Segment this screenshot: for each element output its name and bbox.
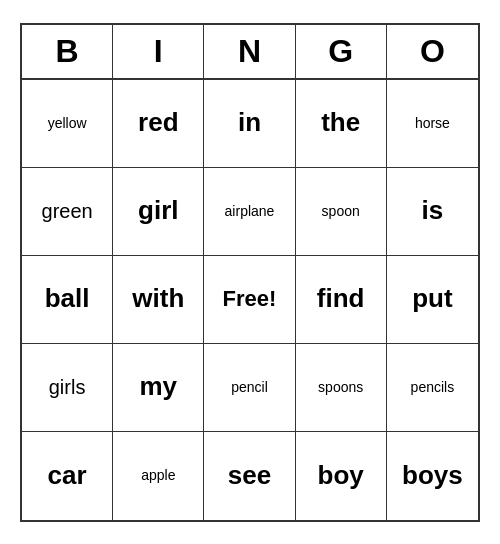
bingo-header: BINGO [22,25,478,80]
cell-text-3-0: girls [49,375,86,399]
cell-4-2: see [204,432,295,520]
cell-text-1-3: spoon [322,203,360,220]
cell-text-4-3: boy [318,460,364,491]
cell-1-4: is [387,168,478,256]
header-letter-N: N [204,25,295,78]
cell-text-2-3: find [317,283,365,314]
cell-text-1-0: green [42,199,93,223]
cell-text-2-2: Free! [223,286,277,312]
cell-2-4: put [387,256,478,344]
header-letter-I: I [113,25,204,78]
cell-text-1-2: airplane [225,203,275,220]
cell-1-0: green [22,168,113,256]
cell-2-1: with [113,256,204,344]
cell-text-0-1: red [138,107,178,138]
cell-4-4: boys [387,432,478,520]
cell-text-4-4: boys [402,460,463,491]
cell-text-2-1: with [132,283,184,314]
cell-4-0: car [22,432,113,520]
cell-2-2: Free! [204,256,295,344]
cell-0-4: horse [387,80,478,168]
cell-text-3-3: spoons [318,379,363,396]
bingo-card: BINGO yellowredinthehorsegreengirlairpla… [20,23,480,522]
cell-3-3: spoons [296,344,387,432]
cell-text-2-0: ball [45,283,90,314]
cell-3-1: my [113,344,204,432]
cell-3-2: pencil [204,344,295,432]
cell-text-0-4: horse [415,115,450,132]
cell-3-0: girls [22,344,113,432]
cell-0-2: in [204,80,295,168]
header-letter-B: B [22,25,113,78]
cell-1-1: girl [113,168,204,256]
header-letter-G: G [296,25,387,78]
cell-text-1-4: is [422,195,444,226]
cell-0-0: yellow [22,80,113,168]
cell-4-3: boy [296,432,387,520]
cell-0-1: red [113,80,204,168]
cell-text-0-0: yellow [48,115,87,132]
cell-2-3: find [296,256,387,344]
cell-text-4-0: car [48,460,87,491]
cell-text-4-1: apple [141,467,175,484]
cell-text-3-1: my [140,371,178,402]
bingo-grid: yellowredinthehorsegreengirlairplanespoo… [22,80,478,520]
cell-1-3: spoon [296,168,387,256]
cell-text-4-2: see [228,460,271,491]
cell-2-0: ball [22,256,113,344]
cell-text-3-4: pencils [411,379,455,396]
header-letter-O: O [387,25,478,78]
cell-text-0-3: the [321,107,360,138]
cell-text-0-2: in [238,107,261,138]
cell-text-3-2: pencil [231,379,268,396]
cell-4-1: apple [113,432,204,520]
cell-1-2: airplane [204,168,295,256]
cell-text-1-1: girl [138,195,178,226]
cell-0-3: the [296,80,387,168]
cell-text-2-4: put [412,283,452,314]
cell-3-4: pencils [387,344,478,432]
